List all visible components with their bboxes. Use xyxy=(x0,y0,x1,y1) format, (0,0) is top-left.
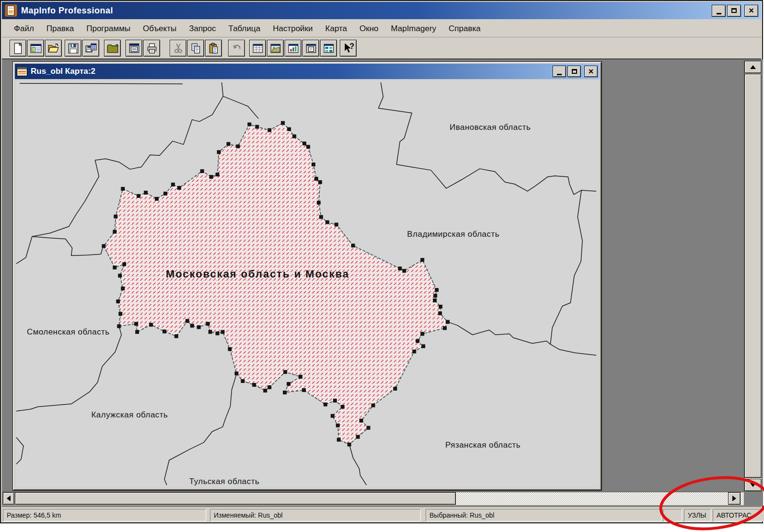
edit-node-handle[interactable] xyxy=(292,134,296,138)
paste-button[interactable] xyxy=(205,40,222,57)
edit-node-handle[interactable] xyxy=(208,330,212,334)
scroll-down-button[interactable] xyxy=(744,479,762,491)
close-table-button[interactable] xyxy=(104,40,121,57)
status-nodes-toggle[interactable]: УЗЛЫ xyxy=(684,509,711,521)
edit-node-handle[interactable] xyxy=(267,128,271,132)
edit-node-handle[interactable] xyxy=(371,404,375,407)
menu-item-6[interactable]: Таблица xyxy=(222,22,267,35)
print-button[interactable] xyxy=(143,40,160,57)
edit-node-handle[interactable] xyxy=(347,442,351,446)
edit-node-handle[interactable] xyxy=(337,438,341,441)
save-workspace-button[interactable] xyxy=(82,40,99,57)
edit-node-handle[interactable] xyxy=(393,387,397,391)
edit-node-handle[interactable] xyxy=(367,426,370,430)
edit-node-handle[interactable] xyxy=(325,220,329,224)
edit-node-handle[interactable] xyxy=(312,162,315,166)
edit-node-handle[interactable] xyxy=(420,258,424,262)
edit-node-handle[interactable] xyxy=(200,169,204,173)
selected-region-polygon[interactable] xyxy=(104,123,448,445)
scroll-left-button[interactable] xyxy=(3,492,14,505)
edit-node-handle[interactable] xyxy=(135,330,139,334)
edit-node-handle[interactable] xyxy=(113,230,116,234)
edit-node-handle[interactable] xyxy=(247,123,251,127)
scroll-up-button[interactable] xyxy=(744,61,762,73)
edit-node-handle[interactable] xyxy=(102,244,105,248)
cut-button[interactable] xyxy=(170,40,186,57)
menu-item-10[interactable]: MapImagery xyxy=(385,22,442,35)
edit-node-handle[interactable] xyxy=(234,371,238,375)
edit-node-handle[interactable] xyxy=(221,330,225,334)
edit-node-handle[interactable] xyxy=(283,391,287,394)
map-window-maximize-button[interactable] xyxy=(567,66,581,77)
new-mapper-button[interactable] xyxy=(267,40,284,57)
edit-node-handle[interactable] xyxy=(252,383,256,387)
map-window-minimize-button[interactable] xyxy=(553,66,566,77)
edit-node-handle[interactable] xyxy=(255,125,259,129)
menu-item-3[interactable]: Программы xyxy=(80,22,137,35)
edit-node-handle[interactable] xyxy=(299,375,302,379)
window-maximize-button[interactable] xyxy=(727,5,741,17)
menu-item-1[interactable]: Файл xyxy=(8,22,40,35)
map-window-title-bar[interactable]: Rus_obl Карта:2 × xyxy=(15,64,600,79)
map-drawing[interactable]: Ивановская областьВладимирская областьСм… xyxy=(16,81,599,487)
edit-node-handle[interactable] xyxy=(162,330,166,334)
horizontal-scrollbar-thumb[interactable] xyxy=(15,492,456,505)
menu-item-7[interactable]: Настройки xyxy=(266,22,319,35)
open-workspace-button[interactable] xyxy=(45,40,62,57)
edit-node-handle[interactable] xyxy=(283,370,287,374)
edit-node-handle[interactable] xyxy=(341,405,345,409)
status-autotrace-toggle[interactable]: АВТОТРАС xyxy=(713,509,764,521)
edit-node-handle[interactable] xyxy=(217,150,221,154)
edit-node-handle[interactable] xyxy=(171,183,175,186)
edit-node-handle[interactable] xyxy=(174,335,178,338)
edit-node-handle[interactable] xyxy=(113,266,116,269)
menu-item-2[interactable]: Правка xyxy=(40,22,80,35)
edit-node-handle[interactable] xyxy=(267,385,271,389)
edit-node-handle[interactable] xyxy=(287,127,291,131)
new-grapher-button[interactable] xyxy=(285,40,301,57)
edit-node-handle[interactable] xyxy=(287,382,290,386)
menu-item-9[interactable]: Окно xyxy=(353,22,385,35)
edit-node-handle[interactable] xyxy=(438,312,442,315)
vertical-scrollbar-thumb[interactable] xyxy=(744,74,762,478)
edit-node-handle[interactable] xyxy=(121,187,125,191)
edit-node-handle[interactable] xyxy=(333,399,337,403)
edit-node-handle[interactable] xyxy=(118,312,122,316)
map-canvas[interactable]: Ивановская областьВладимирская областьСм… xyxy=(16,81,599,487)
undo-button[interactable] xyxy=(228,40,245,57)
edit-node-handle[interactable] xyxy=(306,145,310,149)
edit-node-handle[interactable] xyxy=(197,325,201,329)
edit-node-handle[interactable] xyxy=(435,288,439,292)
edit-node-handle[interactable] xyxy=(263,389,267,393)
edit-node-handle[interactable] xyxy=(421,344,425,348)
edit-node-handle[interactable] xyxy=(317,201,321,205)
edit-node-handle[interactable] xyxy=(398,266,402,270)
map-window[interactable]: Rus_obl Карта:2 × Ивановская областьВлад… xyxy=(13,62,602,490)
new-layout-button[interactable] xyxy=(302,40,319,57)
edit-node-handle[interactable] xyxy=(121,287,125,290)
menu-item-8[interactable]: Карта xyxy=(319,22,354,35)
print-window-button[interactable] xyxy=(126,40,142,57)
edit-node-handle[interactable] xyxy=(236,144,240,148)
edit-node-handle[interactable] xyxy=(117,324,121,328)
edit-node-handle[interactable] xyxy=(439,305,442,309)
edit-node-handle[interactable] xyxy=(144,191,148,195)
save-table-button[interactable] xyxy=(65,40,81,57)
edit-node-handle[interactable] xyxy=(351,243,355,247)
edit-node-handle[interactable] xyxy=(331,414,335,418)
edit-node-handle[interactable] xyxy=(209,175,213,179)
edit-node-handle[interactable] xyxy=(177,186,181,190)
edit-node-handle[interactable] xyxy=(190,324,194,328)
scroll-right-button[interactable] xyxy=(728,492,741,505)
edit-node-handle[interactable] xyxy=(122,262,126,266)
edit-node-handle[interactable] xyxy=(206,322,210,326)
edit-node-handle[interactable] xyxy=(134,322,138,326)
new-redistricter-button[interactable] xyxy=(320,40,337,57)
menu-item-5[interactable]: Запрос xyxy=(183,22,222,35)
edit-node-handle[interactable] xyxy=(318,180,322,184)
edit-node-handle[interactable] xyxy=(227,142,231,146)
edit-node-handle[interactable] xyxy=(443,326,447,330)
edit-node-handle[interactable] xyxy=(433,299,437,302)
edit-node-handle[interactable] xyxy=(216,173,220,176)
edit-node-handle[interactable] xyxy=(302,388,306,392)
